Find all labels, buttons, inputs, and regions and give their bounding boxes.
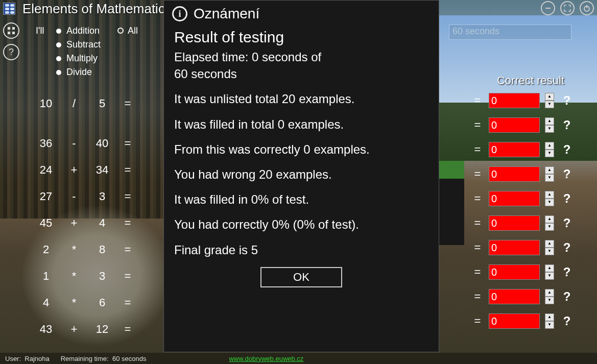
timer-display: 60 seconds: [449, 25, 571, 40]
radio-multiply[interactable]: Multiply: [56, 53, 101, 64]
problem-row: 24+34=: [31, 163, 138, 177]
result-input[interactable]: [489, 240, 540, 255]
result-row: =▲▼?: [471, 191, 575, 206]
result-row: =▲▼?: [471, 289, 575, 304]
equals-sign: =: [471, 192, 484, 205]
problem-row: 36-40=: [31, 137, 138, 150]
radio-subtract[interactable]: Subtract: [56, 39, 101, 50]
line-grade: Final grade is 5: [174, 242, 428, 258]
fullscreen-button[interactable]: [560, 1, 575, 15]
equals-sign: =: [117, 190, 138, 203]
spin-up-button[interactable]: ▲: [545, 240, 554, 248]
hint-icon[interactable]: ?: [559, 167, 575, 181]
hint-icon[interactable]: ?: [559, 289, 575, 304]
spin-up-button[interactable]: ▲: [545, 166, 554, 174]
svg-rect-6: [12, 32, 15, 34]
spin-up-button[interactable]: ▲: [545, 215, 554, 223]
info-icon: i: [172, 6, 187, 21]
equals-sign: =: [471, 241, 484, 254]
result-input[interactable]: [489, 117, 540, 133]
operator: /: [61, 97, 87, 110]
operator: +: [61, 216, 87, 230]
operand-b: 6: [87, 296, 117, 309]
power-button[interactable]: [580, 1, 594, 15]
result-input[interactable]: [489, 166, 540, 182]
spin-down-button[interactable]: ▼: [545, 321, 554, 329]
spin-up-button[interactable]: ▲: [545, 93, 554, 101]
result-row: =▲▼?: [471, 166, 575, 182]
spin-up-button[interactable]: ▲: [545, 313, 554, 321]
hint-icon[interactable]: ?: [559, 314, 575, 328]
spin-up-button[interactable]: ▲: [545, 117, 554, 125]
operator: *: [61, 296, 87, 309]
hint-icon[interactable]: ?: [559, 118, 575, 132]
result-row: =▲▼?: [471, 264, 575, 280]
line-percent: It was filled in 0% of test.: [174, 191, 428, 207]
problems-left-column: 10/5=36-40=24+34=27-3=45+4=2*8=1*3=4*6=4…: [31, 97, 138, 336]
hint-icon[interactable]: ?: [559, 93, 575, 108]
spin-down-button[interactable]: ▼: [545, 150, 554, 157]
spin-up-button[interactable]: ▲: [545, 142, 554, 150]
spin-down-button[interactable]: ▼: [545, 272, 554, 280]
result-row: =▲▼?: [471, 142, 575, 157]
app-icon: [3, 3, 15, 15]
equals-sign: =: [471, 265, 484, 279]
dialog-title: Oznámení: [194, 6, 259, 22]
spin-down-button[interactable]: ▼: [545, 223, 554, 231]
hint-icon[interactable]: ?: [559, 142, 575, 157]
equals-sign: =: [117, 243, 138, 256]
result-row: =▲▼?: [471, 240, 575, 255]
line-correct: From this was correctly 0 examples.: [174, 141, 428, 157]
result-input[interactable]: [489, 313, 540, 329]
operator: -: [61, 190, 87, 203]
spin-up-button[interactable]: ▲: [545, 191, 554, 199]
result-row: =▲▼?: [471, 313, 575, 329]
spin-up-button[interactable]: ▲: [545, 264, 554, 272]
operand-a: 27: [31, 190, 61, 203]
minimize-button[interactable]: [541, 1, 555, 15]
result-input[interactable]: [489, 289, 540, 304]
spin-down-button[interactable]: ▼: [545, 125, 554, 133]
result-input[interactable]: [489, 142, 540, 157]
result-input[interactable]: [489, 93, 540, 108]
radio-addition[interactable]: Addition: [56, 26, 101, 36]
line-correct-pct: You had correctly 0% (0% of test).: [174, 216, 428, 232]
spin-down-button[interactable]: ▼: [545, 101, 554, 108]
hint-icon[interactable]: ?: [559, 265, 575, 279]
operator: +: [61, 323, 87, 336]
operand-b: 12: [87, 323, 117, 336]
result-input[interactable]: [489, 215, 540, 231]
operand-b: 8: [87, 243, 117, 256]
ok-button[interactable]: OK: [260, 267, 342, 287]
operator: -: [61, 137, 87, 150]
operand-b: 4: [87, 216, 117, 230]
hint-icon[interactable]: ?: [559, 240, 575, 255]
result-input[interactable]: [489, 191, 540, 206]
problem-row: 1*3=: [31, 270, 138, 283]
radio-all[interactable]: All: [117, 26, 138, 36]
operand-a: 45: [31, 216, 61, 230]
spin-down-button[interactable]: ▼: [545, 199, 554, 206]
equals-sign: =: [117, 163, 138, 177]
spin-up-button[interactable]: ▲: [545, 289, 554, 297]
spin-down-button[interactable]: ▼: [545, 248, 554, 255]
spin-down-button[interactable]: ▼: [545, 174, 554, 182]
result-input[interactable]: [489, 264, 540, 280]
equals-sign: =: [471, 167, 484, 181]
spin-down-button[interactable]: ▼: [545, 297, 554, 304]
problem-row: 4*6=: [31, 296, 138, 309]
hint-icon[interactable]: ?: [559, 216, 575, 230]
radio-divide[interactable]: Divide: [56, 67, 101, 78]
result-row: =▲▼?: [471, 93, 575, 108]
hint-icon[interactable]: ?: [559, 191, 575, 206]
website-link[interactable]: www.dobryweb.euweb.cz: [229, 355, 303, 362]
equals-sign: =: [117, 97, 138, 110]
result-row: =▲▼?: [471, 117, 575, 133]
menu-button[interactable]: [3, 22, 19, 39]
practice-label: I'll: [36, 26, 44, 36]
help-button[interactable]: ?: [3, 44, 19, 60]
equals-sign: =: [471, 216, 484, 230]
equals-sign: =: [117, 216, 138, 230]
equals-sign: =: [471, 118, 484, 132]
operand-a: 36: [31, 137, 61, 150]
